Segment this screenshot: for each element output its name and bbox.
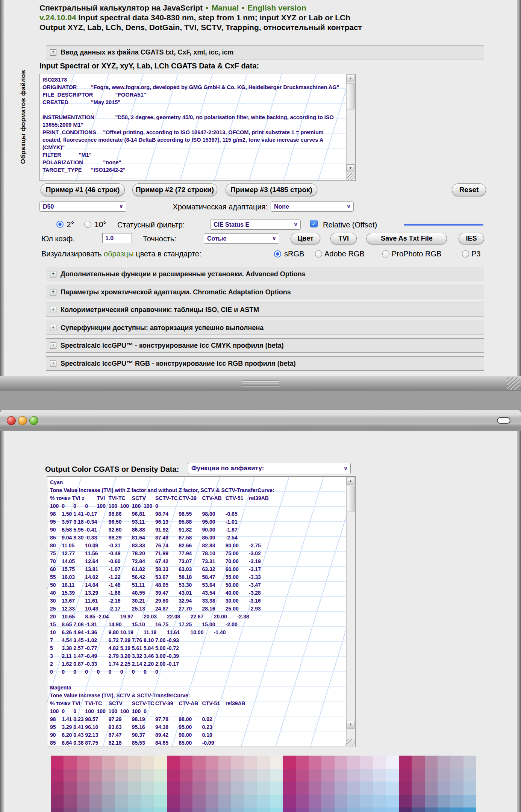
observer-2deg-radio[interactable]	[56, 221, 64, 228]
prophoto-rgb-radio[interactable]	[382, 250, 389, 258]
expand-icon[interactable]: +	[50, 49, 56, 56]
swatch-cell	[77, 807, 89, 812]
manual-link[interactable]: Manual	[212, 3, 239, 12]
swatch-cell	[102, 795, 115, 808]
yule-coef-label: Юл коэф.	[41, 235, 75, 243]
section-iccgpu-rgb[interactable]: + Spectralcalc iccGPU™ RGB - конструиров…	[46, 356, 484, 371]
scroll-thumb[interactable]	[347, 486, 354, 512]
swatch-cell	[244, 795, 257, 808]
expand-icon[interactable]: +	[50, 325, 56, 331]
scroll-thumb[interactable]	[347, 83, 354, 109]
swatch-cell	[309, 782, 321, 795]
section-file-input-label: Ввод данных из файла CGATS txt, CxF, xml…	[61, 48, 234, 56]
swatch-cell	[154, 769, 167, 782]
section-advanced-options[interactable]: + Дополнительные функции и расширенные у…	[46, 267, 484, 281]
expand-icon[interactable]: +	[50, 361, 56, 367]
section-label: Дополнительные функции и расширенные уст…	[61, 270, 306, 278]
textarea-resize-grip-icon[interactable]	[347, 739, 355, 746]
window-drag-ridges-icon[interactable]	[242, 380, 279, 387]
swatch-cell	[154, 782, 167, 795]
offset-slider[interactable]	[404, 224, 483, 226]
chevron-down-icon: ∨	[119, 202, 123, 211]
input-scrollbar[interactable]: ▲ ▼	[346, 74, 355, 180]
chromatic-adaptation-select[interactable]: None ∨	[271, 201, 354, 212]
precision-label: Точность:	[143, 235, 176, 243]
precision-select[interactable]: Сотые ∨	[204, 233, 279, 244]
output-cgats-textarea[interactable]: Cyan Tone Value Increase (TVI) with Z fa…	[47, 476, 356, 747]
srgb-label: sRGB	[284, 250, 304, 258]
illuminant-select[interactable]: D50 ∨	[39, 201, 126, 212]
textarea-resize-grip-icon[interactable]	[347, 173, 355, 180]
example1-button[interactable]: Пример #1 (46 строк)	[41, 183, 125, 196]
scroll-up-icon[interactable]: ▲	[347, 477, 354, 485]
save-as-txt-button[interactable]: Save As Txt File	[367, 233, 447, 244]
minimize-icon[interactable]	[18, 416, 27, 425]
expand-icon[interactable]: +	[50, 342, 56, 349]
swatch-cell	[412, 769, 424, 782]
section-colorimetric-reference[interactable]: + Колориметрический справочник: таблицы …	[46, 303, 484, 317]
page-title: Спектральный калькулятор на JavaScript•M…	[39, 3, 487, 32]
swatch-cell	[360, 795, 373, 808]
samples-link[interactable]: образцы	[104, 250, 134, 258]
swatch-cell	[128, 769, 141, 782]
expand-icon[interactable]: +	[50, 271, 56, 277]
expand-icon[interactable]: +	[50, 289, 56, 295]
adobe-rgb-radio[interactable]	[315, 250, 322, 258]
english-version-link[interactable]: English version	[247, 3, 306, 12]
swatch-block-3	[283, 756, 399, 812]
swatch-cell	[450, 807, 463, 812]
window-resize-grip-icon[interactable]	[507, 377, 519, 390]
section-superfunctions[interactable]: + Суперфункции доступны: авторизация усп…	[46, 321, 484, 335]
swatch-cell	[231, 807, 244, 812]
swatch-cell	[167, 807, 180, 812]
scroll-up-icon[interactable]: ▲	[347, 74, 354, 82]
scroll-down-icon[interactable]: ▼	[347, 721, 354, 729]
color-button[interactable]: Цвет	[291, 233, 320, 244]
observer-10deg-radio[interactable]	[84, 221, 91, 228]
swatch-cell	[89, 782, 102, 795]
input-spectral-textarea[interactable]: ISO28178 ORIGINATOR "Fogra, www.fogra.or…	[39, 74, 356, 181]
relative-offset-checkbox[interactable]: ✓	[310, 220, 318, 227]
ies-button[interactable]: IES	[459, 233, 484, 244]
scroll-down-icon[interactable]: ▼	[347, 164, 354, 172]
swatch-cell	[386, 782, 399, 795]
zoom-icon[interactable]	[29, 416, 38, 425]
example2-button[interactable]: Пример #2 (72 строки)	[132, 183, 217, 196]
swatch-cell	[270, 756, 283, 769]
section-label: Колориметрический справочник: таблицы IS…	[61, 306, 259, 314]
close-icon[interactable]	[7, 416, 16, 425]
swatch-cell	[309, 756, 321, 769]
swatch-cell	[399, 756, 412, 769]
swatch-cell	[335, 756, 347, 769]
swatch-cell	[412, 795, 424, 808]
section-iccgpu-cmyk[interactable]: + Spectralcalc iccGPU™ - конструирование…	[46, 338, 484, 353]
expand-icon[interactable]: +	[50, 307, 56, 313]
swatch-cell	[102, 807, 115, 812]
reset-button[interactable]: Reset	[452, 183, 486, 196]
file-format-samples-link[interactable]: Образцы форматов файлов	[20, 63, 27, 164]
section-chromatic-adaptation-options[interactable]: + Параметры хроматической адаптации. Chr…	[46, 285, 484, 299]
swatch-cell	[206, 782, 218, 795]
swatch-cell	[231, 795, 244, 808]
p3-radio[interactable]	[462, 250, 469, 258]
swatch-cell	[283, 807, 295, 812]
example3-button[interactable]: Пример #3 (1485 строк)	[226, 183, 317, 196]
tvi-button[interactable]: TVI	[330, 233, 357, 244]
collapse-widget-icon[interactable]	[497, 417, 510, 424]
swatch-cell	[309, 795, 321, 808]
swatch-cell	[412, 807, 424, 812]
swatch-cell	[450, 756, 463, 769]
prophoto-rgb-label: ProPhoto RGB	[392, 250, 441, 258]
swatch-cell	[463, 769, 476, 782]
yule-coef-input[interactable]: 1.0	[102, 233, 132, 243]
swatch-cell	[64, 756, 76, 769]
swatch-cell	[296, 795, 309, 808]
output-scrollbar[interactable]: ▲ ▼	[346, 477, 355, 746]
swatch-cell	[167, 769, 180, 782]
status-filter-select[interactable]: CIE Status E ∨	[210, 220, 301, 230]
functions-select[interactable]: Функции по алфавиту: ∨	[188, 463, 351, 474]
section-file-input[interactable]: + Ввод данных из файла CGATS txt, CxF, x…	[46, 45, 484, 59]
srgb-radio[interactable]	[274, 250, 281, 258]
output-window-titlebar[interactable]	[0, 410, 521, 431]
visualize-label: Визуализировать образцы цвета в стандарт…	[41, 250, 201, 258]
